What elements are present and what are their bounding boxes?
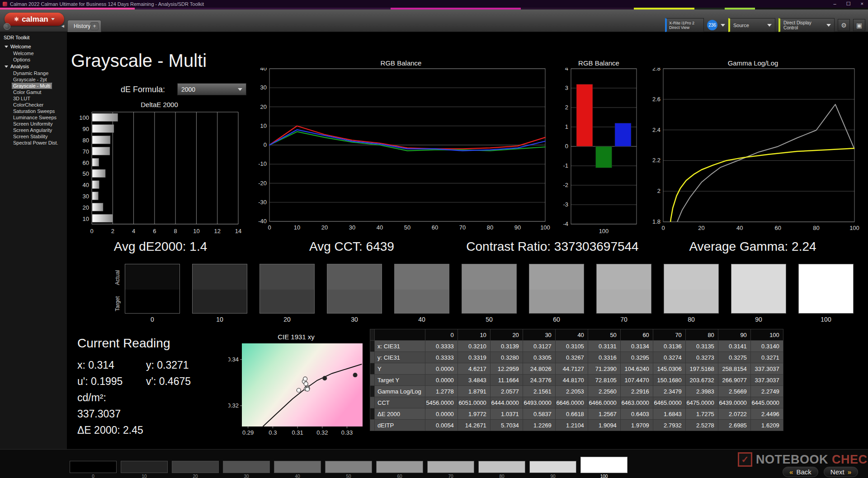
table-cell: 2.6985 — [718, 420, 750, 431]
sidebar-item-color-gamut[interactable]: Color Gamut — [0, 89, 67, 95]
table-cell: 6463.0000 — [620, 397, 653, 408]
actual-half — [125, 264, 179, 290]
pattern-swatch-40[interactable] — [274, 461, 321, 473]
svg-text:0: 0 — [90, 228, 93, 234]
pattern-swatch-20[interactable] — [172, 461, 219, 473]
pattern-swatch-0[interactable] — [70, 461, 117, 473]
svg-text:0.29: 0.29 — [242, 429, 254, 436]
deltae-chart-title: DeltaE 2000 — [77, 100, 242, 109]
meter-dropdown-icon[interactable] — [721, 24, 725, 27]
svg-text:10: 10 — [294, 224, 300, 231]
pattern-level-70: 70 — [427, 461, 475, 478]
sidebar-item-saturation-sweeps[interactable]: Saturation Sweeps — [0, 108, 67, 114]
display-settings-button[interactable]: ▣ — [853, 19, 865, 31]
sidebar-item-3d-lut[interactable]: 3D LUT — [0, 95, 67, 102]
pattern-swatch-90[interactable] — [529, 461, 576, 473]
table-cell: 72.8105 — [588, 375, 620, 386]
table-cell: 3.4843 — [458, 375, 490, 386]
sidebar-item-grayscale-multi[interactable]: Grayscale - Multi — [0, 83, 67, 89]
contrast-ratio-stat: Contrast Ratio: 337303697544 — [439, 239, 665, 256]
swatch-column-90: 90 — [731, 264, 786, 323]
calman-menu-button[interactable]: ✱ calman — [5, 13, 64, 26]
sidebar-item-spectral-power-dist[interactable]: Spectral Power Dist. — [0, 140, 67, 146]
pattern-swatch-80[interactable] — [478, 461, 525, 473]
table-gutter — [370, 408, 375, 420]
table-cell: 145.0306 — [653, 363, 685, 375]
reading-de2000: ΔE 2000: 2.45 — [77, 422, 146, 438]
display-control-dropdown[interactable]: Direct Display Control — [778, 18, 835, 32]
pattern-level-label: 90 — [550, 474, 555, 478]
svg-text:-20: -20 — [258, 180, 267, 187]
pattern-swatch-50[interactable] — [325, 461, 372, 473]
meter-button[interactable]: X-Rite i1Pro 2 Direct View — [665, 18, 704, 32]
patch-level-label: 30 — [351, 316, 358, 323]
table-col-header-40: 40 — [555, 329, 588, 341]
sidebar-item-luminance-sweeps[interactable]: Luminance Sweeps — [0, 114, 67, 121]
sidebar-item-welcome[interactable]: Welcome — [0, 50, 67, 56]
table-cell: 6646.0000 — [555, 397, 588, 408]
table-cell: 44.8170 — [555, 375, 588, 386]
svg-text:2: 2 — [657, 187, 660, 194]
sidebar-item-options[interactable]: Options — [0, 56, 67, 63]
svg-text:50: 50 — [404, 224, 410, 231]
sidebar-item-screen-uniformity[interactable]: Screen Uniformity — [0, 121, 67, 127]
table-col-header-90: 90 — [718, 329, 750, 341]
pattern-swatch-30[interactable] — [223, 461, 270, 473]
meter-name: X-Rite i1Pro 2 — [669, 21, 701, 25]
table-cell: 1.2567 — [588, 408, 620, 420]
reading-x: x: 0.314 — [77, 357, 146, 373]
pattern-swatch-70[interactable] — [427, 461, 474, 473]
patch-level-label: 0 — [151, 316, 154, 323]
table-cell: 0.3271 — [750, 352, 783, 363]
next-button[interactable]: Next » — [824, 467, 858, 477]
sidebar-item-screen-angularity[interactable]: Screen Angularity — [0, 127, 67, 133]
table-cell: 5.7034 — [490, 420, 523, 431]
maximize-icon[interactable]: ☐ — [846, 0, 851, 8]
table-cell: 6493.0000 — [523, 397, 555, 408]
tree-group-welcome[interactable]: Welcome — [0, 43, 67, 50]
tree-group-analysis[interactable]: Analysis — [0, 63, 67, 70]
minimize-icon[interactable]: – — [834, 0, 836, 8]
table-cell: 1.2269 — [523, 420, 555, 431]
sidebar-item-colorchecker[interactable]: ColorChecker — [0, 102, 67, 108]
svg-text:6: 6 — [153, 228, 156, 234]
sidebar-item-label: ColorChecker — [12, 102, 44, 108]
screen-icon: ▣ — [856, 22, 862, 29]
settings-button[interactable]: ⚙ — [838, 19, 850, 31]
svg-text:0: 0 — [268, 224, 271, 231]
table-col-header-80: 80 — [685, 329, 718, 341]
sidebar-item-label: Spectral Power Dist. — [12, 140, 59, 145]
back-chevrons-icon: « — [789, 468, 793, 476]
sidebar-item-screen-stability[interactable]: Screen Stability — [0, 133, 67, 140]
source-dropdown[interactable]: Source — [728, 18, 775, 32]
back-button[interactable]: « Back — [783, 467, 818, 477]
sidebar-item-grayscale-2pt[interactable]: Grayscale - 2pt — [0, 76, 67, 83]
sidebar-item-dynamic-range[interactable]: Dynamic Range — [0, 70, 67, 76]
calman-flower-icon: ✱ — [14, 16, 19, 23]
svg-text:20: 20 — [260, 103, 267, 110]
patch-level-label: 90 — [755, 316, 762, 323]
add-tab-button[interactable]: + — [90, 22, 99, 30]
collapse-sidebar-icon[interactable]: ◄ — [61, 23, 65, 28]
patch-level-label: 10 — [216, 316, 223, 323]
calman-logo-text: calman — [22, 15, 48, 24]
notebookcheck-logo-icon: ✓ — [738, 452, 752, 467]
svg-text:40: 40 — [260, 68, 267, 72]
rgb-line-chart-plot: 403020100-10-20-30-400102030405060708090… — [252, 68, 550, 232]
svg-text:-30: -30 — [258, 199, 267, 206]
table-gutter — [370, 375, 375, 386]
workspace-toggle-button[interactable] — [4, 23, 10, 30]
actual-half — [664, 264, 718, 290]
pattern-swatch-100[interactable] — [580, 457, 627, 473]
watermark-text-1: NOTEBOOK — [756, 453, 828, 467]
actual-half — [327, 264, 382, 290]
svg-text:100: 100 — [599, 228, 609, 234]
de-formula-select[interactable]: 2000 — [177, 83, 246, 95]
svg-text:80: 80 — [487, 224, 493, 231]
pattern-swatch-60[interactable] — [376, 461, 423, 473]
table-cell: 6439.0000 — [718, 397, 750, 408]
pattern-swatch-10[interactable] — [121, 461, 168, 473]
row-label: Y — [375, 363, 425, 375]
reading-luminance: cd/m²: 337.3037 — [77, 389, 146, 422]
close-icon[interactable]: × — [861, 0, 863, 8]
